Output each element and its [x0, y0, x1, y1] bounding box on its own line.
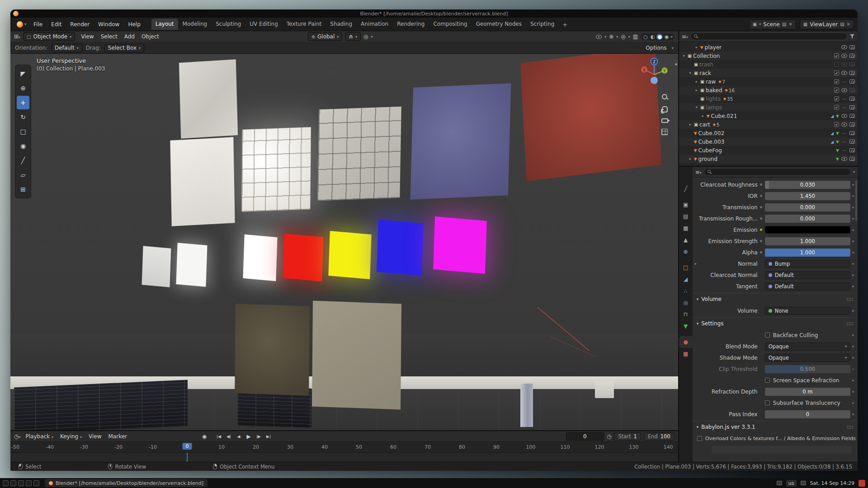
animate-property-icon[interactable] [852, 218, 854, 220]
hide-viewport-icon[interactable] [841, 71, 847, 75]
proportional-editing-icon[interactable]: ◎ [363, 33, 368, 40]
outliner-row-trash[interactable]: ▣ trash [679, 60, 858, 69]
dropdown-shadow-mode[interactable]: Opaque ▾ [765, 354, 850, 362]
disable-render-icon[interactable] [849, 88, 855, 92]
hide-viewport-icon[interactable]: — [841, 97, 847, 101]
emissive-white-3[interactable] [243, 235, 277, 281]
disable-render-icon[interactable] [849, 140, 855, 144]
animate-property-icon[interactable] [852, 229, 854, 231]
animate-property-icon[interactable] [852, 346, 854, 347]
emissive-magenta[interactable] [433, 216, 487, 274]
outliner-row-lights[interactable]: ▣ lights◆35 ✓— [679, 94, 858, 103]
animate-property-icon[interactable] [852, 274, 854, 276]
dropdown-blend-mode[interactable]: Opaque ▾ [765, 343, 850, 351]
measure-tool[interactable]: ▱ [17, 168, 29, 182]
transform-orientation-dropdown[interactable]: ⊕ Global ▾ [308, 32, 343, 41]
outliner-row-player[interactable]: ▸▼ player [679, 43, 858, 52]
workspace-tab-geometry-nodes[interactable]: Geometry Nodes [472, 19, 526, 30]
orientation-value-dropdown[interactable]: Default ▾ [51, 44, 82, 52]
workspace-tab-scripting[interactable]: Scripting [526, 19, 558, 30]
slider-transmission[interactable]: 0.000 [765, 203, 850, 211]
outliner-row-rack[interactable]: ▾▣ rack ✓ [679, 69, 858, 77]
properties-tab-scene[interactable]: ▲ [679, 234, 693, 246]
shading-material-preview-icon[interactable]: ● [656, 34, 663, 40]
properties-tab-constraints[interactable]: ⊓ [679, 309, 693, 320]
field-normal[interactable]: Bump [765, 260, 850, 268]
expand-arrow-icon[interactable]: ▸ [694, 45, 699, 49]
timeline-menu-keying[interactable]: Keying ▾ [57, 432, 85, 441]
animate-property-icon[interactable] [852, 310, 854, 312]
close-icon[interactable]: ✕ [788, 22, 792, 27]
checkbox-backface-culling[interactable] [765, 333, 770, 338]
disable-render-icon[interactable] [849, 148, 855, 152]
menu-window[interactable]: Window [94, 20, 123, 29]
exclude-checkbox[interactable]: ✓ [834, 88, 839, 93]
tray-indicator-icon[interactable] [777, 481, 782, 485]
overlays-icon[interactable]: ◎ [621, 33, 625, 40]
animate-property-icon[interactable] [852, 252, 854, 253]
hide-viewport-icon[interactable] [841, 157, 847, 161]
properties-tab-particles[interactable]: ∴ [679, 285, 693, 297]
hide-viewport-icon[interactable]: — [841, 140, 847, 144]
exclude-checkbox[interactable]: ✓ [834, 105, 839, 110]
emissive-white-dim[interactable] [142, 246, 171, 287]
disable-render-icon[interactable] [849, 105, 855, 109]
camera-view-icon[interactable] [661, 118, 668, 123]
hide-viewport-icon[interactable] [841, 45, 847, 49]
hide-viewport-icon[interactable]: — [841, 105, 847, 110]
timeline-menu-playback[interactable]: Playback ▾ [23, 432, 57, 441]
frame-start-field[interactable]: Start1 [614, 432, 641, 441]
expand-arrow-icon[interactable]: ▾ [688, 71, 693, 75]
outliner-row-cube-002[interactable]: ▼ Cube.002 ◢▼— [679, 129, 858, 137]
move-tool[interactable]: + [17, 96, 29, 109]
disable-render-icon[interactable] [849, 122, 855, 127]
workspace-tab-modeling[interactable]: Modeling [179, 19, 212, 30]
slider-transmission-rough[interactable]: 0.000 [765, 215, 850, 223]
workspace-tab-layout[interactable]: Layout [151, 19, 178, 30]
slider-alpha[interactable]: 1.000 [765, 249, 850, 257]
workspace-tab-animation[interactable]: Animation [357, 19, 392, 30]
hide-viewport-icon[interactable] [841, 122, 847, 127]
disable-render-icon[interactable] [849, 97, 855, 101]
add-workspace-button[interactable]: + [559, 19, 571, 30]
number-field-emission-strength[interactable]: 1.000 [765, 237, 850, 245]
current-frame-field[interactable]: 0 [566, 432, 604, 441]
field-clearcoat-normal[interactable]: Default [765, 271, 850, 279]
properties-tab-material[interactable]: ● [679, 336, 693, 348]
expand-arrow-icon[interactable]: ▸ [694, 88, 699, 92]
plane-white-noise[interactable] [179, 59, 238, 139]
zoom-icon[interactable] [661, 94, 668, 100]
animate-property-icon[interactable] [852, 240, 854, 242]
add-cube-tool[interactable]: ⊞ [17, 183, 29, 196]
expand-arrow-icon[interactable]: ▸ [688, 157, 693, 161]
outliner-row-cube-021[interactable]: ▸▼ Cube.021 ◢▼ [679, 112, 858, 120]
checkbox-subsurface-translucency[interactable] [765, 400, 770, 405]
properties-tab-modifiers[interactable]: ◢ [679, 273, 693, 285]
copy-icon[interactable]: ▤ [782, 22, 786, 27]
hide-viewport-icon[interactable] [841, 114, 847, 118]
disable-render-icon[interactable] [849, 157, 855, 161]
editor-type-icon[interactable]: ◷▾ [14, 433, 21, 440]
animate-property-icon[interactable] [852, 368, 854, 370]
hide-viewport-icon[interactable]: — [841, 80, 847, 84]
workspace-tab-compositing[interactable]: Compositing [429, 19, 471, 30]
menu-render[interactable]: Render [66, 20, 94, 29]
rotate-tool[interactable]: ↻ [17, 110, 29, 124]
section-volume[interactable]: ▾ Volume [693, 293, 858, 305]
field-tangent[interactable]: Default [765, 282, 850, 291]
disable-render-icon[interactable] [849, 114, 855, 118]
disable-render-icon[interactable] [849, 80, 855, 84]
taskbar-icon[interactable] [3, 480, 9, 486]
outliner-row-baked[interactable]: ▸▣ baked◆16 ✓ [679, 86, 858, 94]
animate-property-icon[interactable] [852, 334, 854, 336]
viewlayer-selector[interactable]: ▦ ViewLayer ▤ ✕ [800, 19, 854, 29]
workspace-tab-uv-editing[interactable]: UV Editing [245, 19, 282, 30]
exclude-checkbox[interactable]: ✓ [834, 79, 839, 84]
menu-edit[interactable]: Edit [47, 20, 66, 29]
scene-selector[interactable]: ▣ ▾ Scene ▤ ✕ [749, 19, 796, 29]
exclude-checkbox[interactable] [834, 62, 839, 67]
expand-arrow-icon[interactable]: ▸ [693, 262, 699, 266]
field-volume[interactable]: None [765, 307, 850, 315]
outliner-row-ground[interactable]: ▸▼ ground ▼ [679, 155, 858, 163]
playhead-badge[interactable]: 0 [183, 443, 192, 450]
